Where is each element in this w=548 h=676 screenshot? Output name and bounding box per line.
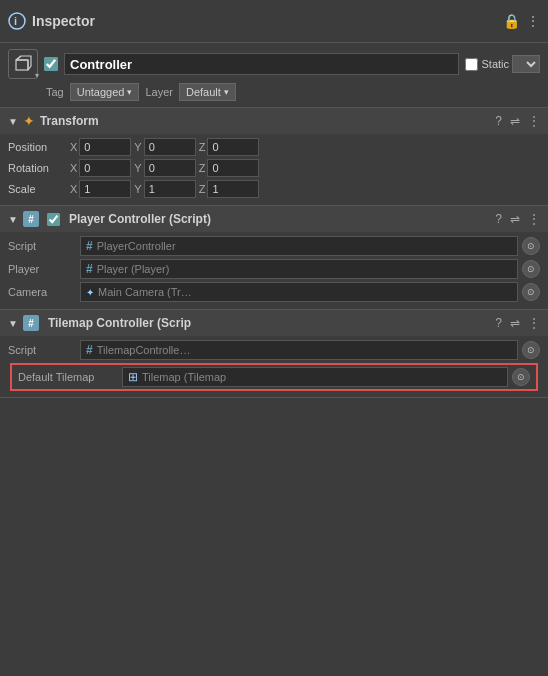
player-controller-checkbox[interactable] bbox=[47, 213, 60, 226]
tag-dropdown[interactable]: Untagged bbox=[70, 83, 140, 101]
tilemap-controller-menu-icon[interactable]: ⋮ bbox=[528, 316, 540, 330]
position-row: Position X Y Z bbox=[8, 138, 540, 156]
player-field-label: Player bbox=[8, 263, 76, 275]
menu-icon[interactable]: ⋮ bbox=[526, 13, 540, 29]
tilemap-controller-header[interactable]: ▼ # Tilemap Controller (Scrip ? ⇌ ⋮ bbox=[0, 310, 548, 336]
static-label: Static bbox=[465, 55, 540, 73]
scale-y-input[interactable] bbox=[144, 180, 196, 198]
transform-menu-icon[interactable]: ⋮ bbox=[528, 114, 540, 128]
rotation-z-label: Z bbox=[199, 162, 206, 174]
static-checkbox[interactable] bbox=[465, 58, 478, 71]
position-label: Position bbox=[8, 141, 66, 153]
player-select-button[interactable]: ⊙ bbox=[522, 260, 540, 278]
transform-section: ▼ ✦ Transform ? ⇌ ⋮ Position X Y Z bbox=[0, 108, 548, 206]
rotation-x-input[interactable] bbox=[79, 159, 131, 177]
script-field-label: Script bbox=[8, 240, 76, 252]
player-controller-help-icon[interactable]: ? bbox=[495, 212, 502, 226]
camera-field-value: ✦ Main Camera (Tr… bbox=[80, 282, 518, 302]
player-controller-header[interactable]: ▼ # Player Controller (Script) ? ⇌ ⋮ bbox=[0, 206, 548, 232]
tilemap-controller-arrow-icon: ▼ bbox=[8, 318, 18, 329]
tilemap-script-field-value: # TilemapControlle… bbox=[80, 340, 518, 360]
player-field-value: # Player (Player) bbox=[80, 259, 518, 279]
player-controller-body: Script # PlayerController ⊙ Player # Pla… bbox=[0, 232, 548, 309]
default-tilemap-select-button[interactable]: ⊙ bbox=[512, 368, 530, 386]
rotation-z-input[interactable] bbox=[207, 159, 259, 177]
scale-z-label: Z bbox=[199, 183, 206, 195]
tilemap-script-hash-icon: # bbox=[86, 343, 93, 357]
tilemap-controller-section: ▼ # Tilemap Controller (Scrip ? ⇌ ⋮ Scri… bbox=[0, 310, 548, 398]
camera-person-icon: ✦ bbox=[86, 287, 94, 298]
tilemap-script-field-label: Script bbox=[8, 344, 76, 356]
tilemap-script-field-row: Script # TilemapControlle… ⊙ bbox=[8, 340, 540, 360]
transform-icon: ✦ bbox=[23, 113, 35, 129]
tilemap-grid-icon: ⊞ bbox=[128, 370, 138, 384]
rotation-label: Rotation bbox=[8, 162, 66, 174]
camera-field-label: Camera bbox=[8, 286, 76, 298]
transform-title: Transform bbox=[40, 114, 490, 128]
lock-icon[interactable]: 🔒 bbox=[503, 13, 520, 29]
transform-help-icon[interactable]: ? bbox=[495, 114, 502, 128]
script-field-row: Script # PlayerController ⊙ bbox=[8, 236, 540, 256]
player-controller-arrow-icon: ▼ bbox=[8, 214, 18, 225]
camera-field-row: Camera ✦ Main Camera (Tr… ⊙ bbox=[8, 282, 540, 302]
tilemap-controller-help-icon[interactable]: ? bbox=[495, 316, 502, 330]
object-active-checkbox[interactable] bbox=[44, 57, 58, 71]
tilemap-controller-settings-icon[interactable]: ⇌ bbox=[510, 316, 520, 330]
scale-y-label: Y bbox=[134, 183, 141, 195]
scale-z-input[interactable] bbox=[207, 180, 259, 198]
object-header: Static Tag Untagged Layer Default bbox=[0, 43, 548, 108]
camera-select-button[interactable]: ⊙ bbox=[522, 283, 540, 301]
player-controller-menu-icon[interactable]: ⋮ bbox=[528, 212, 540, 226]
rotation-y-label: Y bbox=[134, 162, 141, 174]
player-controller-title: Player Controller (Script) bbox=[69, 212, 490, 226]
inspector-icon: i bbox=[8, 12, 26, 30]
player-field-row: Player # Player (Player) ⊙ bbox=[8, 259, 540, 279]
player-controller-settings-icon[interactable]: ⇌ bbox=[510, 212, 520, 226]
scale-x-label: X bbox=[70, 183, 77, 195]
svg-text:i: i bbox=[14, 15, 17, 27]
title-bar-actions: 🔒 ⋮ bbox=[503, 13, 540, 29]
script-hash-icon: # bbox=[86, 239, 93, 253]
rotation-row: Rotation X Y Z bbox=[8, 159, 540, 177]
tilemap-controller-body: Script # TilemapControlle… ⊙ Default Til… bbox=[0, 336, 548, 397]
position-z-label: Z bbox=[199, 141, 206, 153]
transform-header[interactable]: ▼ ✦ Transform ? ⇌ ⋮ bbox=[0, 108, 548, 134]
static-dropdown[interactable] bbox=[512, 55, 540, 73]
script-select-button[interactable]: ⊙ bbox=[522, 237, 540, 255]
scale-label: Scale bbox=[8, 183, 66, 195]
position-x-input[interactable] bbox=[79, 138, 131, 156]
layer-dropdown[interactable]: Default bbox=[179, 83, 236, 101]
position-y-label: Y bbox=[134, 141, 141, 153]
tilemap-controller-hash-icon: # bbox=[23, 315, 39, 331]
transform-body: Position X Y Z Rotation bbox=[0, 134, 548, 205]
default-tilemap-row: Default Tilemap ⊞ Tilemap (Tilemap ⊙ bbox=[10, 363, 538, 391]
tag-label: Tag bbox=[46, 86, 64, 98]
script-field-value: # PlayerController bbox=[80, 236, 518, 256]
transform-settings-icon[interactable]: ⇌ bbox=[510, 114, 520, 128]
player-hash-icon: # bbox=[86, 262, 93, 276]
transform-arrow-icon: ▼ bbox=[8, 116, 18, 127]
object-name-input[interactable] bbox=[64, 53, 459, 75]
rotation-y-input[interactable] bbox=[144, 159, 196, 177]
position-y-input[interactable] bbox=[144, 138, 196, 156]
tilemap-controller-title: Tilemap Controller (Scrip bbox=[48, 316, 490, 330]
player-controller-section: ▼ # Player Controller (Script) ? ⇌ ⋮ Scr… bbox=[0, 206, 548, 310]
rotation-x-label: X bbox=[70, 162, 77, 174]
layer-label: Layer bbox=[145, 86, 173, 98]
scale-x-input[interactable] bbox=[79, 180, 131, 198]
object-cube-icon[interactable] bbox=[8, 49, 38, 79]
page-title: Inspector bbox=[32, 13, 503, 29]
scale-row: Scale X Y Z bbox=[8, 180, 540, 198]
position-z-input[interactable] bbox=[207, 138, 259, 156]
default-tilemap-value: ⊞ Tilemap (Tilemap bbox=[122, 367, 508, 387]
svg-rect-2 bbox=[16, 60, 28, 70]
player-controller-hash-icon: # bbox=[23, 211, 39, 227]
default-tilemap-label: Default Tilemap bbox=[18, 371, 118, 383]
position-x-label: X bbox=[70, 141, 77, 153]
tilemap-script-select-button[interactable]: ⊙ bbox=[522, 341, 540, 359]
title-bar: i Inspector 🔒 ⋮ bbox=[0, 0, 548, 43]
